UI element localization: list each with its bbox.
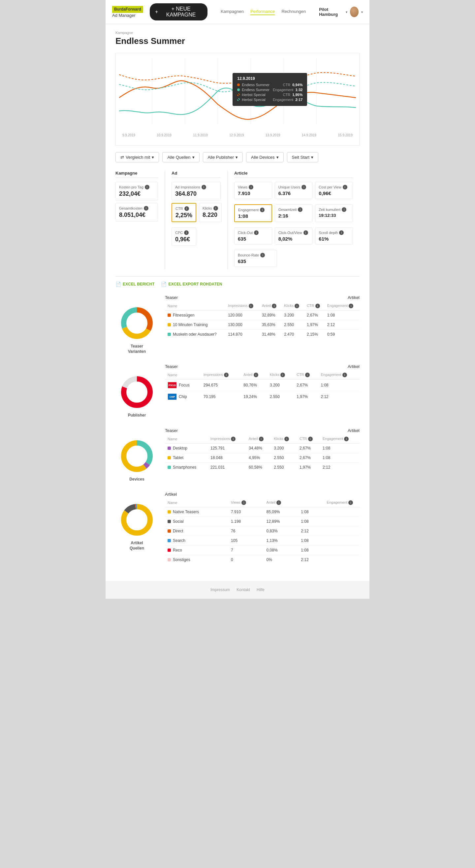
tv-klicks-3: 2.470: [281, 330, 304, 339]
svg-point-16: [127, 446, 147, 466]
teaser-varianten-table: Name Impressions i Anteil i Klicks i CTR…: [165, 302, 359, 339]
publisher-donut-chart: [119, 374, 155, 410]
teaser-donut-wrap: TeaserVarianten: [116, 295, 158, 354]
avatar: [350, 7, 358, 17]
views-info[interactable]: i: [249, 185, 253, 189]
dev-anteil-2: 4,95%: [246, 453, 271, 462]
color-dot: [167, 520, 171, 523]
scroll-depth-info[interactable]: i: [339, 230, 344, 235]
tv-ctr-2: 1,97%: [304, 320, 325, 330]
table-row: Muskeln oder Ausdauer? 114.870 31,48% 2.…: [165, 330, 359, 339]
cpc-info[interactable]: i: [184, 230, 189, 235]
footer-hilfe[interactable]: Hilfe: [257, 587, 264, 592]
filter-seit-start-label: Seit Start: [292, 155, 309, 160]
chart-container: 12.9.2019 Endless Summer CTR 0,94% Endle…: [116, 53, 359, 146]
dev-anteil-3: 60,58%: [246, 462, 271, 472]
th-ctr: CTR i: [297, 435, 320, 443]
devices-table: Name Impressions i Anteil i Klicks i CTR…: [165, 435, 359, 472]
tooltip-row-2: Endless Summer Engagement 1:32: [237, 88, 303, 92]
dev-impressions-2: 18.048: [208, 453, 246, 462]
ad-impressions-info[interactable]: i: [201, 185, 206, 189]
dev-ctr-1: 2,67%: [297, 443, 320, 453]
user-area[interactable]: Pilot Hamburg ▾ ▾: [319, 7, 363, 17]
chart-date-2: 10.9.2019: [157, 133, 171, 137]
click-out-info[interactable]: i: [254, 230, 259, 235]
gesamtzeit-info[interactable]: i: [298, 207, 303, 212]
bounce-rate-label: Bounce-Rate i: [238, 253, 274, 257]
publisher-section: Publisher Teaser Artikel Name Impression…: [116, 364, 359, 418]
kampagne-header: Kampagne: [116, 170, 158, 178]
devices-sub-headers: Teaser Artikel: [165, 428, 359, 433]
dev-name-2: Tablet: [165, 453, 208, 462]
click-out-view-label: Click-Out/View i: [278, 230, 309, 235]
klicks-info[interactable]: i: [214, 206, 218, 211]
devices-row: Devices Teaser Artikel Name Impressions …: [116, 428, 359, 482]
tooltip-value-3: 1,95%: [292, 93, 303, 97]
aq-engagement-5: 1:08: [298, 546, 359, 555]
cost-per-view-info[interactable]: i: [343, 185, 347, 189]
ctr-info[interactable]: i: [184, 206, 189, 211]
svg-point-9: [127, 313, 147, 333]
chart-dates: 9.9.2019 10.9.2019 11.9.2019 12.9.2019 1…: [119, 133, 356, 137]
nav-rechnungen[interactable]: Rechnungen: [281, 9, 306, 15]
footer-impressum[interactable]: Impressum: [211, 587, 230, 592]
dev-impressions-3: 221.031: [208, 462, 246, 472]
nav-kampagnen[interactable]: Kampagnen: [221, 9, 244, 15]
tv-anteil-3: 31,48%: [259, 330, 281, 339]
teaser-sub-headers: Teaser Artikel: [165, 295, 359, 300]
aq-name-2: Social: [165, 517, 228, 526]
tv-ctr-1: 2,67%: [304, 311, 325, 320]
teaser-donut-chart: [119, 305, 155, 341]
dev-klicks-1: 3.200: [271, 443, 297, 453]
engagement-value: 1:08: [238, 213, 268, 219]
color-dot: [167, 529, 171, 533]
table-row: CHIP Chip 70.195 19,24% 2.550 1,97% 2:12: [165, 391, 359, 403]
click-out-view-info[interactable]: i: [304, 230, 308, 235]
tooltip-value-4: 2:17: [295, 98, 303, 102]
dev-name-3: Smartphones: [165, 462, 208, 472]
chart-date-7: 15.9.2019: [338, 133, 353, 137]
footer-kontakt[interactable]: Kontakt: [236, 587, 250, 592]
filter-devices[interactable]: Alle Devices ▾: [246, 152, 284, 162]
nav-performance[interactable]: Performance: [250, 9, 275, 15]
unique-users-info[interactable]: i: [302, 185, 306, 189]
zeit-kumuliert-value: 19:12:33: [319, 213, 349, 218]
neue-kampagne-button[interactable]: + + NEUE KAMPAGNE: [150, 3, 208, 21]
logo-text: BurdaForward: [114, 7, 141, 11]
excel-bericht-button[interactable]: 📄 EXCEL BERICHT: [116, 281, 154, 287]
th-name: Name: [165, 302, 225, 311]
kosten-pro-tag-info[interactable]: i: [145, 185, 150, 189]
th-views: Views i: [228, 498, 264, 507]
gesamtkosten-info[interactable]: i: [144, 206, 149, 211]
th-anteil: Anteil i: [246, 435, 271, 443]
engagement-info[interactable]: i: [260, 208, 264, 212]
artikel-quellen-section: ArtikelQuellen Artikel Name Views i Ante…: [116, 492, 359, 564]
click-out-card: Click-Out i 635: [234, 227, 272, 245]
filter-publisher[interactable]: Alle Publisher ▾: [203, 152, 243, 162]
excel-export-button[interactable]: 📄 EXCEL EXPORT ROHDATEN: [161, 281, 222, 287]
tooltip-metric-4: Engagement: [273, 98, 293, 102]
dev-ctr-3: 1,97%: [297, 462, 320, 472]
klicks-label: Klicks i: [202, 206, 218, 211]
cost-per-view-value: 0,96€: [319, 190, 349, 196]
chart-tooltip: 12.9.2019 Endless Summer CTR 0,94% Endle…: [232, 73, 307, 106]
filter-seit-start[interactable]: Seit Start ▾: [287, 152, 318, 162]
filter-vergleich[interactable]: ⇄ Vergleich mit ▾: [116, 152, 159, 162]
table-row: Smartphones 221.031 60,58% 2.550 1,97% 2…: [165, 462, 359, 472]
cost-per-view-card: Cost per View i 0,96€: [315, 182, 353, 199]
teaser-sub-artikel: Artikel: [348, 295, 359, 300]
main-content: Kampagne Endless Summer: [105, 24, 370, 581]
tv-anteil-1: 32,89%: [259, 311, 281, 320]
excel-export-label: EXCEL EXPORT ROHDATEN: [168, 282, 222, 286]
bounce-rate-info[interactable]: i: [260, 253, 265, 257]
zeit-kumuliert-info[interactable]: i: [342, 207, 346, 212]
filter-quellen[interactable]: Alle Quellen ▾: [162, 152, 199, 162]
table-row: FOCUS Focus 294.675 80,76% 3.200 2,67% 1…: [165, 379, 359, 391]
th-engagement: Engagement i: [318, 371, 359, 379]
engagement-card: Engagement i 1:08: [234, 204, 272, 222]
views-label: Views i: [238, 185, 268, 189]
table-row: Fitnessügen 120.000 32,89% 3.200 2,67% 1…: [165, 311, 359, 320]
unique-users-card: Unique Users i 6.376: [275, 182, 313, 199]
devices-sub-teaser: Teaser: [165, 428, 178, 433]
pub-name-2: CHIP Chip: [165, 391, 201, 403]
